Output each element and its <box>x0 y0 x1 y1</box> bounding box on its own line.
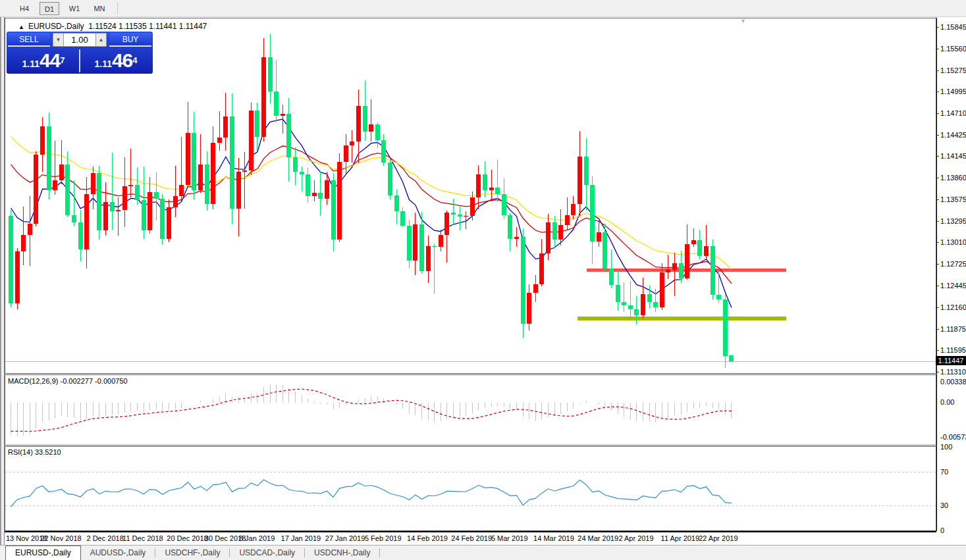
price-axis-tick <box>937 199 939 200</box>
price-axis-tick <box>937 372 939 372</box>
current-price-tag: 1.11447 <box>936 356 966 365</box>
buy-price-sup: 4 <box>132 55 137 65</box>
macd-axis-label: 0.00 <box>940 398 954 406</box>
price-axis-label: 1.14425 <box>940 131 966 139</box>
candle <box>34 151 38 226</box>
tab-audusd-daily[interactable]: AUDUSD-,Daily <box>81 546 155 560</box>
price-axis-tick <box>937 350 939 351</box>
candle <box>78 210 83 262</box>
candle <box>274 60 279 122</box>
candle <box>135 167 140 205</box>
macd-indicator-pane[interactable] <box>5 374 936 445</box>
price-axis-tick <box>937 135 939 136</box>
candle <box>577 131 582 217</box>
buy-button[interactable]: BUY <box>109 33 151 47</box>
price-axis-label: 1.14710 <box>940 109 966 117</box>
date-axis[interactable]: 13 Nov 201822 Nov 20182 Dec 201811 Dec 2… <box>5 531 936 545</box>
buy-price-display[interactable]: 1.11464 <box>80 48 151 74</box>
price-axis-label: 1.15275 <box>940 66 966 74</box>
tab-usdcnh-daily[interactable]: USDCNH-,Daily <box>305 546 379 560</box>
candle <box>223 93 228 151</box>
toolbar-separator <box>117 3 118 14</box>
price-axis-label: 1.11595 <box>940 346 966 354</box>
price-axis-label: 1.11875 <box>940 325 966 333</box>
rsi-line <box>11 480 732 507</box>
candle <box>261 38 266 141</box>
date-axis-label: 17 Jan 2019 <box>281 534 321 542</box>
candle <box>539 239 544 287</box>
rsi-axis-label: 0 <box>940 526 944 534</box>
candle <box>103 182 108 236</box>
tab-eurusd-daily[interactable]: EURUSD-,Daily <box>5 546 81 560</box>
candle <box>91 166 95 209</box>
candle <box>628 281 633 320</box>
candle <box>211 126 215 209</box>
mid-ema-line <box>11 146 732 284</box>
chart-end-marker-icon[interactable]: ▼ <box>740 18 746 24</box>
date-axis-label: 8 Jan 2019 <box>239 534 275 542</box>
candle <box>110 153 115 230</box>
candle <box>312 180 317 201</box>
candle <box>306 168 310 203</box>
candle <box>28 196 32 266</box>
date-axis-label: 2 Apr 2019 <box>618 534 653 542</box>
candle <box>128 149 133 197</box>
tab-usdcad-daily[interactable]: USDCAD-,Daily <box>230 546 304 560</box>
candle <box>242 152 247 208</box>
one-click-trading-panel: SELL ▼ 1.00 ▲ BUY 1.11447 1.11464 <box>7 32 153 74</box>
macd-signal-line <box>11 389 732 431</box>
rsi-canvas[interactable] <box>5 447 936 531</box>
candle <box>691 228 696 247</box>
price-axis-tick <box>937 49 939 49</box>
candle <box>268 34 273 103</box>
sell-button[interactable]: SELL <box>8 33 50 47</box>
date-axis-label: 2 Dec 2018 <box>87 534 124 542</box>
price-axis-label: 1.14145 <box>940 152 966 160</box>
terminal-window: { "toolbar": { "timeframes": [ {"label":… <box>0 0 966 560</box>
date-axis-label: 5 Mar 2019 <box>491 534 528 542</box>
candle <box>597 220 601 247</box>
candle <box>565 197 570 230</box>
volume-input[interactable]: 1.00 <box>64 33 95 47</box>
candle <box>590 176 595 264</box>
candle <box>622 282 626 312</box>
tab-separator <box>379 548 380 557</box>
candle <box>697 230 702 259</box>
candle <box>65 151 70 217</box>
timeframe-button-w1[interactable]: W1 <box>65 2 84 15</box>
candle <box>641 278 645 318</box>
price-axis-label: 1.12725 <box>940 260 966 268</box>
candle <box>363 80 367 140</box>
candle <box>527 284 531 330</box>
sell-price-big: 44 <box>40 49 60 71</box>
candle <box>217 111 222 151</box>
candle <box>97 166 101 240</box>
candle <box>514 227 519 247</box>
volume-decrease-button[interactable]: ▼ <box>53 33 64 47</box>
candle <box>489 170 494 202</box>
price-axis-tick <box>937 329 939 330</box>
candle <box>375 122 380 148</box>
date-axis-label: 11 Dec 2018 <box>122 534 163 542</box>
price-axis-label: 1.15560 <box>940 45 966 53</box>
date-axis-label: 27 Jan 2019 <box>325 534 365 542</box>
candle <box>508 213 512 251</box>
rsi-axis-label: 100 <box>940 443 952 451</box>
candle <box>9 210 13 307</box>
candle <box>192 112 196 199</box>
rsi-indicator-pane[interactable] <box>5 446 936 531</box>
timeframe-button-d1[interactable]: D1 <box>40 2 59 15</box>
macd-canvas[interactable] <box>5 375 936 445</box>
price-axis[interactable]: 1.158451.155601.152751.149951.147101.144… <box>936 18 966 531</box>
candle <box>603 224 607 271</box>
candle <box>704 225 709 259</box>
sell-price-sup: 7 <box>60 55 65 65</box>
price-axis-label: 1.12445 <box>940 282 966 290</box>
volume-increase-button[interactable]: ▲ <box>95 33 107 47</box>
timeframe-button-mn[interactable]: MN <box>90 2 109 15</box>
candle <box>59 140 64 184</box>
sell-price-display[interactable]: 1.11447 <box>8 48 79 74</box>
tab-usdchf-daily[interactable]: USDCHF-,Daily <box>155 546 229 560</box>
timeframe-button-h4[interactable]: H4 <box>14 2 34 15</box>
price-axis-tick <box>937 178 939 178</box>
